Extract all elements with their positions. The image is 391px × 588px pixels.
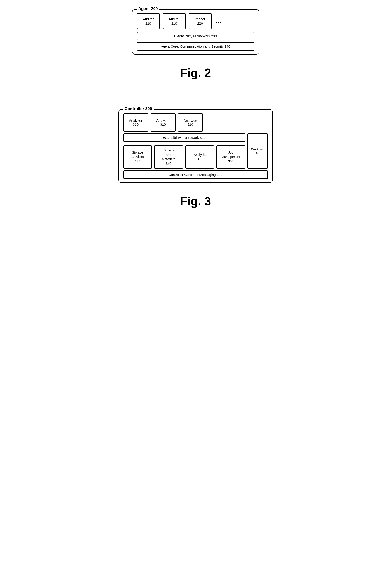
ellipsis-icon: ... [216, 17, 222, 25]
controller-core-380: Controller Core and Messaging 380 [123, 170, 268, 179]
agent-box-label: Agent 200 [137, 6, 159, 11]
job-management-360: JobManagement 360 [216, 145, 245, 169]
imager-220-box: Imager 220 [189, 13, 211, 29]
job-management-name: JobManagement [221, 150, 240, 159]
auditor-2-number: 210 [171, 21, 177, 26]
agent-components-row: Auditor 210 Auditor 210 Imager 220 ... [137, 13, 254, 29]
imager-name: Imager [195, 17, 205, 21]
analyzer-310-box-2: Analyzer 310 [151, 113, 176, 131]
analysis-number: 350 [197, 157, 202, 162]
fig2-section: Agent 200 Auditor 210 Auditor 210 Imager… [102, 9, 289, 82]
controller-diagram: Controller 300 Analyzer 310 Analyzer 310… [102, 109, 289, 183]
auditor-1-name: Auditor [143, 17, 154, 21]
job-management-number: 360 [228, 159, 233, 164]
fig3-caption: Fig. 3 [180, 194, 211, 208]
analyzer-310-box-3: Analyzer 310 [178, 113, 203, 131]
analyzer-1-name: Analyzer [129, 118, 142, 122]
framework-and-workflow: Extensibility Framework 320 StorageServi… [123, 133, 268, 169]
storage-services-330: StorageServices 330 [123, 145, 152, 169]
storage-services-number: 330 [135, 159, 140, 164]
agent-core-240: Agent Core, Communication and Security 2… [137, 42, 254, 50]
imager-number: 220 [197, 21, 203, 26]
auditor-210-box-2: Auditor 210 [163, 13, 186, 29]
analyzer-3-number: 310 [188, 122, 193, 126]
storage-services-name: StorageServices [131, 150, 144, 159]
controller-box-label: Controller 300 [123, 107, 154, 111]
auditor-1-number: 210 [145, 21, 151, 26]
auditor-2-name: Auditor [169, 17, 180, 21]
controller-300-box: Controller 300 Analyzer 310 Analyzer 310… [118, 109, 273, 183]
fig2-caption: Fig. 2 [180, 66, 211, 80]
analyzer-1-number: 310 [133, 122, 139, 126]
extensibility-framework-230: Extensibility Framework 230 [137, 32, 254, 40]
extensibility-framework-320: Extensibility Framework 320 [123, 133, 245, 142]
agent-200-box: Agent 200 Auditor 210 Auditor 210 Imager… [132, 9, 259, 55]
analyzer-3-name: Analyzer [184, 118, 197, 122]
analyzer-2-name: Analyzer [156, 118, 170, 122]
workflow-370: Workflow 370 [247, 133, 268, 169]
bottom-services-row: StorageServices 330 SearchandMetadata 34… [123, 145, 245, 169]
search-metadata-number: 340 [166, 162, 171, 166]
analyzer-310-box-1: Analyzer 310 [123, 113, 148, 131]
fig3-section: Controller 300 Analyzer 310 Analyzer 310… [102, 109, 289, 210]
analysis-name: Analysis [194, 153, 206, 157]
workflow-number: 370 [255, 151, 260, 155]
analyzer-row: Analyzer 310 Analyzer 310 Analyzer 310 [123, 113, 268, 131]
search-metadata-340: SearchandMetadata 340 [154, 145, 183, 169]
agent-diagram: Agent 200 Auditor 210 Auditor 210 Imager… [102, 9, 289, 55]
search-metadata-name: SearchandMetadata [162, 148, 175, 162]
auditor-210-box-1: Auditor 210 [137, 13, 160, 29]
services-inner: Extensibility Framework 320 StorageServi… [123, 133, 245, 169]
analysis-350: Analysis 350 [185, 145, 214, 169]
analyzer-2-number: 310 [160, 122, 166, 126]
workflow-name: Workflow [251, 147, 264, 151]
